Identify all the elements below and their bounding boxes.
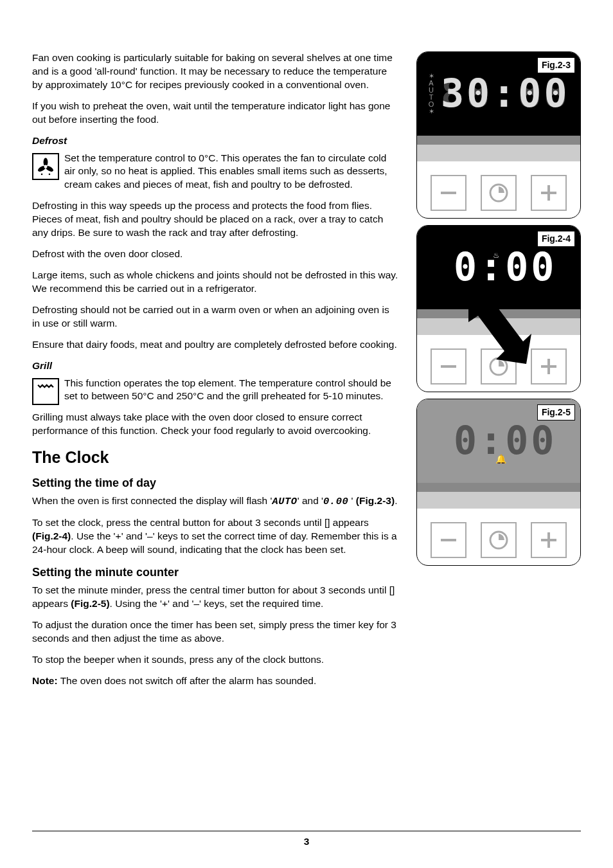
figure-label: Fig.2-4 xyxy=(537,231,575,247)
minus-button[interactable] xyxy=(431,348,466,384)
figure-2-4: Fig.2-4 0:00 ♨ xyxy=(416,225,581,392)
svg-point-3 xyxy=(44,165,47,168)
svg-text:♨: ♨ xyxy=(493,250,501,260)
minus-button[interactable] xyxy=(431,522,466,558)
clock-display: 0:00 🔔 xyxy=(434,419,563,464)
body-text: To stop the beeper when it sounds, press… xyxy=(32,653,398,667)
body-text: Note: The oven does not switch off after… xyxy=(32,674,398,688)
clock-display: 88:88 30:00 xyxy=(441,71,569,116)
body-text: To set the minute minder, press the cent… xyxy=(32,584,398,611)
timer-button[interactable] xyxy=(481,175,517,211)
body-text: If you wish to preheat the oven, wait un… xyxy=(32,100,398,127)
timer-button[interactable] xyxy=(481,522,517,558)
body-text: Fan oven cooking is particularly suitabl… xyxy=(32,51,398,92)
plus-button[interactable] xyxy=(531,175,567,211)
figure-2-3: Fig.2-3 ✶AUTO✶ 88:88 30:00 xyxy=(416,51,581,219)
svg-text:30:00: 30:00 xyxy=(441,71,569,116)
body-text: Defrosting in this way speeds up the pro… xyxy=(32,199,398,240)
auto-icon: ✶AUTO✶ xyxy=(429,73,434,115)
clock-display: 0:00 ♨ xyxy=(434,245,563,290)
svg-point-4 xyxy=(41,173,43,175)
set-minute-heading: Setting the minute counter xyxy=(32,565,398,580)
svg-text:🔔: 🔔 xyxy=(495,454,509,464)
body-text: When the oven is first connected the dis… xyxy=(32,494,398,509)
minus-button[interactable] xyxy=(431,175,466,211)
body-text: This function operates the top element. … xyxy=(32,377,398,404)
body-text: Grilling must always take place with the… xyxy=(32,411,398,438)
body-text: Ensure that dairy foods, meat and poultr… xyxy=(32,338,398,352)
figure-2-5: Fig.2-5 0:00 🔔 xyxy=(416,399,581,566)
figure-label: Fig.2-3 xyxy=(537,57,575,73)
defrost-heading: Defrost xyxy=(32,134,398,148)
body-text: Defrost with the oven door closed. xyxy=(32,248,398,261)
body-text: Set the temperature control to 0°C. This… xyxy=(32,152,398,192)
svg-point-5 xyxy=(49,173,51,175)
plus-button[interactable] xyxy=(531,348,567,384)
svg-marker-18 xyxy=(468,303,531,364)
arrow-icon xyxy=(462,296,533,367)
grill-element-icon xyxy=(32,378,59,405)
body-text: Large items, such as whole chickens and … xyxy=(32,269,398,296)
set-time-heading: Setting the time of day xyxy=(32,475,398,491)
plus-button[interactable] xyxy=(531,522,567,558)
body-text: To set the clock, press the central butt… xyxy=(32,516,398,557)
clock-heading: The Clock xyxy=(32,447,398,469)
grill-heading: Grill xyxy=(32,359,398,373)
body-text: To adjust the duration once the timer ha… xyxy=(32,619,398,646)
body-text: Defrosting should not be carried out in … xyxy=(32,303,398,330)
svg-text:0:00: 0:00 xyxy=(454,245,557,289)
defrost-fan-icon xyxy=(32,153,59,180)
figure-label: Fig.2-5 xyxy=(537,404,575,420)
page-number: 3 xyxy=(32,831,581,849)
